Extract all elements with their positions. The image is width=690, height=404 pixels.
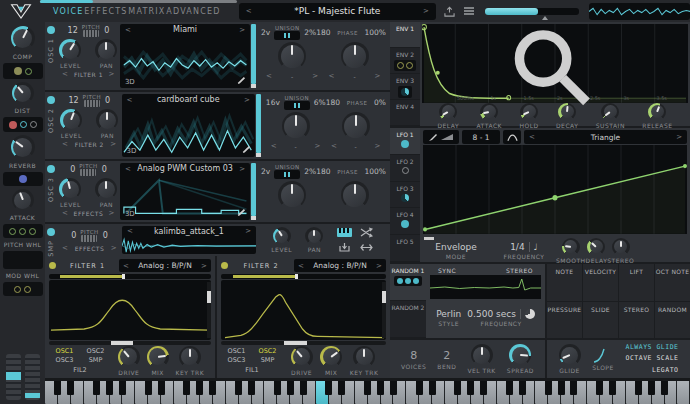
preset-name[interactable]: *PL - Majestic Flute [294,6,380,16]
slope-control[interactable]: SLOPE [592,347,614,371]
filter-2-model-selector[interactable]: < Analog : B/P/N > [294,259,386,272]
osc-3-phase-rand[interactable]: 100% [365,167,386,176]
preset-browser[interactable]: < *PL - Majestic Flute > [239,3,436,20]
input-osc2[interactable]: OSC2 [252,347,283,356]
mod-source-pressure[interactable]: PRESSURE [547,302,582,339]
sample-name[interactable]: kalimba_attack_1 [154,227,224,236]
preset-prev-icon[interactable]: < [246,7,252,15]
random-stereo-button[interactable]: STEREO [506,267,533,274]
lfo-paint-tool[interactable] [423,130,459,144]
piano-key-black[interactable] [119,381,126,395]
osc-2-routing-selector[interactable]: < FILTER 2 > [57,140,122,148]
osc-2-unison-detune-knob[interactable] [282,112,310,140]
chevron-left-icon[interactable]: < [529,133,535,141]
filter-1-resonance-slider[interactable] [207,282,211,338]
osc-1-routing-selector[interactable]: < FILTER 1 > [57,70,120,78]
env-decay-knob[interactable] [558,103,576,121]
filter-1-keytrack-knob[interactable] [179,346,201,368]
random-style-value[interactable]: Perlin [436,309,461,319]
view-3d-toggle[interactable]: 3D [125,78,135,86]
pitch-wheel[interactable] [6,354,21,400]
filter-2-input-matrix[interactable]: OSC1 OSC2 OSC3 SMP FIL1 [221,347,283,374]
piano-key-black[interactable] [196,381,203,395]
octave-keyboard-icon[interactable] [84,100,100,107]
keytrack-icon[interactable] [337,228,352,237]
smp-tune[interactable]: 0 [103,231,108,240]
env-hold-knob[interactable] [520,103,538,121]
osc-2-level-knob[interactable] [60,109,82,131]
unison-voices-widget[interactable] [274,170,300,179]
osc-1-stack-selector[interactable]: <-> [261,72,323,80]
osc-3-pan-knob[interactable] [95,178,117,200]
chevron-right-icon[interactable]: > [245,227,251,235]
chevron-left-icon[interactable]: < [62,244,68,252]
chevron-right-icon[interactable]: > [315,142,321,150]
filter-1-enable-toggle[interactable] [49,262,56,269]
lfo-smooth-knob[interactable] [562,238,580,256]
save-icon[interactable] [444,6,455,17]
mod-source-random[interactable]: RANDOM [655,302,690,339]
chevron-right-icon[interactable]: > [239,26,245,34]
smp-pan-knob[interactable] [305,227,323,245]
lfo-shape-selector[interactable]: < Triangle > [524,130,687,144]
input-osc1[interactable]: OSC1 [221,347,252,356]
dist-knob[interactable] [12,82,34,104]
chevron-right-icon[interactable]: > [111,244,117,252]
mod-source-note[interactable]: NOTE [547,264,582,301]
menu-icon[interactable] [463,6,475,16]
piano-key-black[interactable] [609,381,616,395]
piano-key-black[interactable] [635,381,642,395]
mod-source-slide[interactable]: SLIDE [583,302,618,339]
osc-3-unison-detune[interactable]: 2% [304,167,316,176]
chevron-right-icon[interactable]: > [375,142,381,150]
input-osc2[interactable]: OSC2 [80,347,111,356]
chevron-right-icon[interactable]: > [239,165,245,173]
piano-key-black[interactable] [325,381,332,395]
chevron-right-icon[interactable]: > [109,70,115,78]
filter-1-response-display[interactable] [49,280,211,340]
lfo-delay-knob[interactable] [587,238,605,256]
legato-toggle[interactable]: LEGATO [626,365,679,376]
chevron-left-icon[interactable]: < [125,26,131,34]
osc-1-unison-detune-knob[interactable] [278,42,306,70]
lfo-display[interactable] [423,145,687,234]
edit-pencil-icon[interactable] [237,76,246,85]
tab-env-3[interactable]: ENV 3 [390,74,420,100]
filter-2-response-display[interactable] [221,280,386,340]
osc-2-unison-detune[interactable]: 6% [314,98,326,107]
unison-voices-widget[interactable] [284,101,310,110]
osc-3-phase-knob[interactable] [341,181,369,209]
random-frequency-value[interactable]: 0.500 secs [467,309,516,319]
tab-advanced[interactable]: ADVANCED [166,7,220,16]
keyboard[interactable] [45,378,690,404]
spread-knob[interactable] [509,344,531,366]
piano-key-black[interactable] [364,381,371,395]
osc-2-phase[interactable]: 180 [326,98,340,107]
osc-2-phase-knob[interactable] [342,112,370,140]
osc-1-unison-voices[interactable]: 2v [261,28,270,37]
tab-env-1[interactable]: ENV 1 [390,22,420,48]
osc-3-wavetable-display[interactable]: < Analog PWM Custom 03 > 3D [120,163,250,220]
attack-knob[interactable] [12,189,34,211]
osc-3-unison-voices[interactable]: 2v [261,167,270,176]
filter-1-drive-knob[interactable] [118,346,140,368]
filter-2-mix-knob[interactable] [320,346,342,368]
tab-lfo-4[interactable]: LFO 4 [390,208,420,235]
osc-2-frame-slider[interactable] [256,94,261,157]
filter-2-resonance-slider[interactable] [382,282,386,338]
input-osc3[interactable]: OSC3 [221,356,252,365]
osc-3-transpose[interactable]: 0 [70,165,75,174]
chevron-left-icon[interactable]: < [62,209,68,217]
tab-env-4[interactable]: ENV 4 [390,100,420,126]
tab-matrix[interactable]: MATRIX [128,7,165,16]
voices-value[interactable]: 8 [410,349,417,362]
reverb-mod-box[interactable] [3,172,43,186]
osc-2-unison-voices[interactable]: 16v [266,98,280,107]
chevron-right-icon[interactable]: > [244,96,250,104]
master-knob[interactable] [11,26,35,50]
chevron-right-icon[interactable]: > [375,72,381,80]
piano-key-black[interactable] [454,381,461,395]
sample-display[interactable]: < kalimba_attack_1 > [122,226,256,255]
piano-key-black[interactable] [506,381,513,395]
piano-key-black[interactable] [106,381,113,395]
